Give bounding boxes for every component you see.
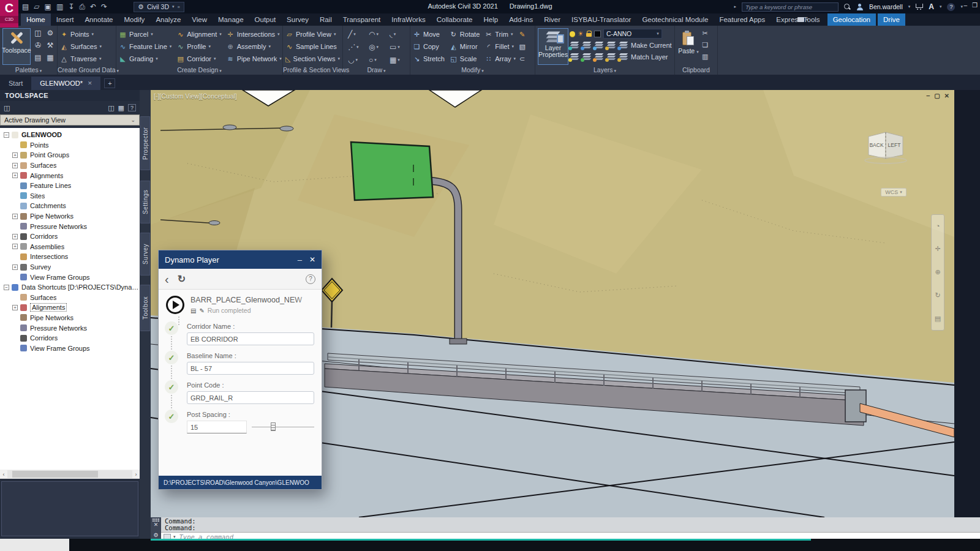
ribbon-tab-rail[interactable]: Rail xyxy=(314,13,337,26)
redo-icon[interactable]: ↷ xyxy=(101,0,107,13)
vp-minimize-button[interactable]: ‒ xyxy=(927,92,930,99)
dynamo-minimize-button[interactable]: – xyxy=(298,255,302,264)
slider-handle[interactable] xyxy=(271,422,276,431)
pipe-network-button[interactable]: ≋Pipe Network▾ xyxy=(224,53,284,65)
layer-off-icon[interactable] xyxy=(570,53,579,61)
tree-item-survey[interactable]: +Survey xyxy=(0,262,140,272)
match-layer-icon[interactable] xyxy=(619,53,628,61)
ribbon-tab-geotechnical-module[interactable]: Geotechnical Module xyxy=(636,13,714,26)
layer-thaw-icon[interactable]: ☀ xyxy=(578,31,584,37)
expand-icon[interactable]: + xyxy=(12,234,18,239)
toolspace-help-icon[interactable]: ? xyxy=(128,104,136,111)
parcel-button[interactable]: ▦Parcel▾ xyxy=(116,28,174,40)
close-tab-icon[interactable]: ✕ xyxy=(88,77,92,90)
save-as-icon[interactable]: ▥ xyxy=(56,0,63,13)
layer-lock-fade-icon[interactable] xyxy=(606,42,616,49)
minimize-button[interactable]: – xyxy=(963,2,967,9)
dynamo-help-icon[interactable]: ? xyxy=(306,274,315,284)
edit-script-icon[interactable]: ✎ xyxy=(199,307,204,314)
ribbon-tab-geolocation[interactable]: Geolocation xyxy=(827,13,876,26)
post-spacing-input[interactable] xyxy=(187,421,247,433)
alignment-button[interactable]: ∿Alignment▾ xyxy=(174,28,224,40)
spline-button[interactable]: ◡▾ xyxy=(345,53,366,66)
toolspace-tab-toolbox[interactable]: Toolbox xyxy=(140,285,150,331)
points-button[interactable]: ✦Points▾ xyxy=(58,28,116,40)
app-logo[interactable]: C C3D xyxy=(0,0,18,28)
grading-button[interactable]: ◣Grading▾ xyxy=(116,53,174,65)
assembly-button[interactable]: ⊕Assembly▾ xyxy=(224,40,284,53)
polyline-button[interactable]: ◟▾ xyxy=(387,28,408,40)
trim-button[interactable]: ✂Trim▾ xyxy=(482,28,518,40)
toolspace-button[interactable]: Toolspace xyxy=(2,28,31,65)
scroll-left-icon[interactable]: ‹ xyxy=(0,471,7,478)
ribbon-tab-insert[interactable]: Insert xyxy=(51,13,80,26)
baseline-name-input[interactable] xyxy=(187,362,314,375)
paste-special-icon[interactable]: ▥ xyxy=(702,53,708,61)
search-input[interactable] xyxy=(742,2,839,12)
copy-button[interactable]: ❏Copy xyxy=(410,40,447,53)
customize-command-icon[interactable]: ⚙ xyxy=(153,532,158,538)
viewcube[interactable]: BACK LEFT xyxy=(864,128,909,167)
viewport-controls-label[interactable]: [-][Custom View][Conceptual] xyxy=(154,92,237,100)
ribbon-tab-home[interactable]: Home xyxy=(21,13,51,26)
ribbon-tab-isybau-translator[interactable]: ISYBAU-Translator xyxy=(566,13,636,26)
make-current-button[interactable]: Make Current xyxy=(619,39,672,51)
cart-icon[interactable] xyxy=(916,4,923,10)
new-file-icon[interactable]: ▤ xyxy=(22,0,29,13)
cut-icon[interactable]: ✂ xyxy=(702,29,708,37)
user-name[interactable]: Ben.wardell xyxy=(869,3,903,10)
corridor-button[interactable]: ▤Corridor▾ xyxy=(174,53,224,65)
profile-view-button[interactable]: ▱Profile View▾ xyxy=(283,28,342,40)
tree-item-surfaces[interactable]: +Surfaces xyxy=(0,160,140,171)
close-command-icon[interactable]: ✕ xyxy=(154,522,159,528)
layer-unisolate-icon[interactable] xyxy=(582,42,592,49)
help-icon[interactable]: ? xyxy=(947,3,955,11)
tree-item-corridors[interactable]: Corridors xyxy=(0,333,140,343)
drag-handle-icon[interactable] xyxy=(153,519,154,520)
full-navigation-wheel-icon[interactable]: ◔ xyxy=(936,222,940,230)
tree-item-pipe-networks[interactable]: +Pipe Networks xyxy=(0,211,140,222)
plot-icon[interactable]: ⎙ xyxy=(79,0,85,13)
quick-calc-icon[interactable]: ▦ xyxy=(44,53,56,66)
layer-walk-icon[interactable] xyxy=(582,53,592,61)
scrollbar-thumb[interactable] xyxy=(12,471,98,478)
pencil-edit-icon[interactable]: ✎ xyxy=(518,28,526,40)
expand-icon[interactable]: + xyxy=(12,244,18,249)
new-tab-button[interactable]: + xyxy=(104,78,115,88)
tree-item-pressure-networks[interactable]: Pressure Networks xyxy=(0,323,140,333)
user-menu-chevron-icon[interactable]: ▾ xyxy=(908,4,911,9)
feature-line-button[interactable]: ∿Feature Line▾ xyxy=(116,40,174,53)
copy-clip-icon[interactable]: ❏ xyxy=(702,41,708,49)
app-menu-chevron-icon[interactable]: ▾ xyxy=(940,4,942,9)
design-panel-label[interactable]: Create Design▾ xyxy=(116,66,282,75)
collapse-icon[interactable]: − xyxy=(4,132,9,138)
open-folder-icon[interactable]: ▱ xyxy=(34,0,39,13)
tree-item-alignments[interactable]: +Alignments xyxy=(0,170,140,181)
layer-properties-button[interactable]: Layer Properties xyxy=(538,28,568,65)
layer-isolate-icon[interactable] xyxy=(570,42,579,49)
array-button[interactable]: ∷Array▾ xyxy=(482,53,518,65)
expand-icon[interactable]: + xyxy=(12,264,18,270)
palettes-panel-label[interactable]: Palettes▾ xyxy=(0,66,57,75)
viewcube-left-face[interactable]: LEFT xyxy=(888,142,901,148)
traverse-button[interactable]: △Traverse▾ xyxy=(58,53,116,65)
tree-item-glenwood[interactable]: −GLENWOOD xyxy=(0,130,140,140)
layer-freeze-icon[interactable] xyxy=(594,42,604,49)
ribbon-tab-help[interactable]: Help xyxy=(478,13,504,26)
tree-item-view-frame-groups[interactable]: View Frame Groups xyxy=(0,343,140,353)
toolspace-header[interactable]: TOOLSPACE xyxy=(0,90,140,101)
scale-button[interactable]: ◱Scale xyxy=(447,53,482,65)
ribbon-tab-output[interactable]: Output xyxy=(249,13,282,26)
search-expand-icon[interactable]: ▸ xyxy=(734,4,736,9)
tree-item-points[interactable]: Points xyxy=(0,140,140,151)
ribbon-tab-featured-apps[interactable]: Featured Apps xyxy=(714,13,771,26)
modify-panel-label[interactable]: Modify▾ xyxy=(410,66,535,75)
psv-panel-label[interactable]: Profile & Section Views xyxy=(283,66,342,75)
mirror-button[interactable]: ◭Mirror xyxy=(447,40,482,53)
tree-item-view-frame-groups[interactable]: View Frame Groups xyxy=(0,272,140,282)
script-log-icon[interactable]: ▤ xyxy=(190,307,196,314)
pan-icon[interactable]: ✛ xyxy=(935,245,940,253)
panel-dock-icon[interactable]: ◫ xyxy=(4,104,10,112)
surfaces-button[interactable]: ◭Surfaces▾ xyxy=(58,40,116,53)
search-icon[interactable] xyxy=(844,4,851,10)
